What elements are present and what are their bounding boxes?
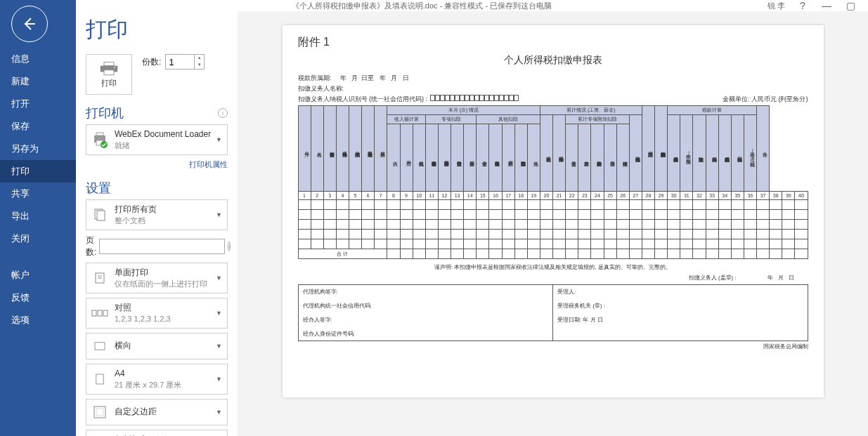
nav-feedback[interactable]: 反馈 xyxy=(0,286,76,309)
pages-icon xyxy=(91,206,109,224)
svg-rect-5 xyxy=(96,133,103,136)
titlebar-filename: 《个人所得税扣缴申报表》及填表说明.doc - 兼容性模式 - 已保存到这台电脑 xyxy=(76,1,767,11)
pages-label: 页数: xyxy=(86,234,96,258)
print-button[interactable]: 打印 xyxy=(86,54,132,95)
print-settings-panel: 打印 打印 份数: ▲▼ 打印机i xyxy=(76,11,238,436)
copies-label: 份数: xyxy=(142,56,161,68)
margins-icon xyxy=(91,403,109,421)
nav-share[interactable]: 共享 xyxy=(0,183,76,205)
titlebar: 《个人所得税扣缴申报表》及填表说明.doc - 兼容性模式 - 已保存到这台电脑… xyxy=(76,0,868,11)
nav-save[interactable]: 保存 xyxy=(0,115,76,138)
printer-dropdown[interactable]: WebEx Document Loader就绪 ▼ xyxy=(86,124,228,155)
svg-point-3 xyxy=(114,67,115,68)
svg-rect-9 xyxy=(97,211,105,220)
nav-info[interactable]: 信息 xyxy=(0,48,76,70)
minimize-button[interactable]: — xyxy=(820,0,833,11)
back-button[interactable] xyxy=(11,6,48,42)
svg-rect-13 xyxy=(92,310,96,316)
back-arrow-icon xyxy=(21,15,38,32)
backstage-sidebar: 信息 新建 打开 保存 另存为 打印 共享 导出 关闭 帐户 反馈 选项 xyxy=(0,0,76,436)
nav-open[interactable]: 打开 xyxy=(0,93,76,115)
landscape-icon xyxy=(91,337,109,355)
single-side-icon xyxy=(91,269,109,287)
form-title: 个人所得税扣缴申报表 xyxy=(298,54,808,67)
printer-properties-link[interactable]: 打印机属性 xyxy=(189,160,228,169)
nav-options[interactable]: 选项 xyxy=(0,309,76,331)
margins-dropdown[interactable]: 自定义边距 ▼ xyxy=(86,399,228,425)
printer-info-icon[interactable]: i xyxy=(218,108,228,118)
attachment-label: 附件 1 xyxy=(298,35,808,50)
printer-header: 打印机 xyxy=(86,105,124,121)
help-button[interactable]: ? xyxy=(796,0,809,11)
nav-account[interactable]: 帐户 xyxy=(0,264,76,286)
copies-input[interactable] xyxy=(166,57,194,67)
svg-rect-16 xyxy=(95,343,105,350)
collate-icon xyxy=(91,304,109,322)
svg-rect-17 xyxy=(96,374,104,384)
copies-spinner[interactable]: ▲▼ xyxy=(194,55,204,69)
printer-icon xyxy=(99,61,119,77)
preview-page: 附件 1 个人所得税扣缴申报表 税款所属期: 年 月 日至 年 月 日 扣缴义务… xyxy=(283,25,824,397)
paper-size-dropdown[interactable]: A421 厘米 x 29.7 厘米 ▼ xyxy=(86,364,228,395)
page-size-icon xyxy=(91,370,109,388)
signature-table: 代理机构签字: 代理机构统一社会信用代码: 经办人签字: 经办人身份证件号码: … xyxy=(298,284,808,341)
nav-print[interactable]: 打印 xyxy=(0,160,76,183)
pages-input[interactable] xyxy=(99,239,225,254)
nav-export[interactable]: 导出 xyxy=(0,205,76,227)
nav-close[interactable]: 关闭 xyxy=(0,227,76,250)
sides-dropdown[interactable]: 单面打印仅在纸面的一侧上进行打印 ▼ xyxy=(86,263,228,293)
printer-status-icon xyxy=(91,131,109,149)
svg-rect-18 xyxy=(94,407,105,418)
settings-header: 设置 xyxy=(86,180,111,197)
nav-saveas[interactable]: 另存为 xyxy=(0,138,76,160)
svg-rect-0 xyxy=(104,62,114,65)
tax-table: 序号 姓名 身份证件类型 身份证件号码 纳税人识别号 是否为非居民个人 所得项目… xyxy=(298,105,808,259)
pages-info-icon[interactable]: i xyxy=(228,242,231,251)
svg-rect-14 xyxy=(98,310,102,316)
print-heading: 打印 xyxy=(86,15,228,44)
maximize-button[interactable]: ▢ xyxy=(844,0,857,11)
print-range-dropdown[interactable]: 打印所有页整个文档 ▼ xyxy=(86,199,228,230)
svg-rect-2 xyxy=(104,70,114,74)
orientation-dropdown[interactable]: 横向 ▼ xyxy=(86,333,228,359)
titlebar-user[interactable]: 锐 李 xyxy=(767,1,785,11)
collate-dropdown[interactable]: 对照1,2,3 1,2,3 1,2,3 ▼ xyxy=(86,298,228,329)
pages-per-sheet-dropdown[interactable]: 每版打印 1 页缩放到 14 厘米 x 20.3 厘米 ▼ xyxy=(86,430,228,436)
svg-rect-15 xyxy=(103,310,108,316)
id-boxes xyxy=(430,95,519,104)
print-preview: 附件 1 个人所得税扣缴申报表 税款所属期: 年 月 日至 年 月 日 扣缴义务… xyxy=(238,11,868,436)
nav-new[interactable]: 新建 xyxy=(0,70,76,93)
chevron-down-icon: ▼ xyxy=(216,136,223,143)
main-area: 《个人所得税扣缴申报表》及填表说明.doc - 兼容性模式 - 已保存到这台电脑… xyxy=(76,0,868,436)
